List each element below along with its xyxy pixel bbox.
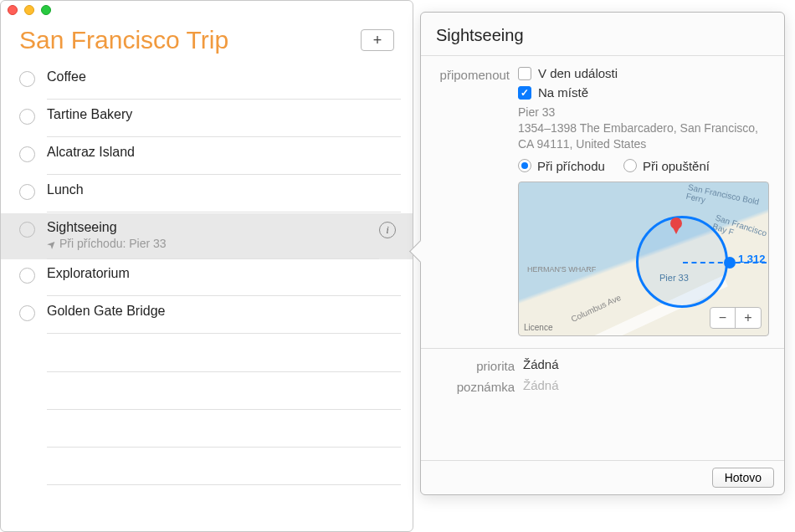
done-button[interactable]: Hotovo — [712, 468, 774, 488]
note-row: poznámka Žádná — [436, 378, 769, 394]
reminder-content: Lunch — [47, 182, 401, 212]
reminder-content: Golden Gate Bridge — [47, 304, 401, 334]
complete-circle[interactable] — [19, 146, 35, 162]
empty-row — [47, 448, 401, 485]
reminder-sublabel-text: Při příchodu: Pier 33 — [59, 237, 167, 250]
reminder-label: Lunch — [47, 182, 401, 197]
detail-body: připomenout V den události Na místě Pier… — [421, 56, 784, 460]
complete-circle[interactable] — [19, 305, 35, 321]
at-location-option[interactable]: Na místě — [518, 85, 769, 100]
radio-icon — [623, 159, 637, 172]
day-of-event-checkbox[interactable] — [518, 67, 531, 80]
geofence-radius-handle[interactable] — [724, 257, 736, 269]
address-line1: Pier 33 — [518, 105, 769, 120]
plus-icon: + — [373, 32, 382, 49]
radio-icon — [518, 159, 531, 172]
note-label: poznámka — [436, 378, 523, 394]
address-line2: 1354–1398 The Embarcadero, San Francisco… — [518, 120, 769, 152]
complete-circle[interactable] — [19, 268, 35, 284]
reminders-window: San Francisco Trip + CoffeeTartine Baker… — [0, 0, 413, 532]
complete-circle[interactable] — [19, 184, 35, 200]
reminder-list: CoffeeTartine BakeryAlcatraz IslandLunch… — [1, 63, 413, 531]
note-value[interactable]: Žádná — [523, 378, 769, 394]
reminder-content: Sightseeing➤Při příchodu: Pier 33 — [47, 220, 379, 259]
detail-footer: Hotovo — [421, 460, 784, 494]
map-zoom-controls: − + — [710, 307, 762, 329]
complete-circle[interactable] — [19, 71, 35, 87]
at-location-checkbox[interactable] — [518, 86, 531, 100]
priority-row: priorita Žádná — [436, 357, 769, 373]
priority-value[interactable]: Žádná — [523, 357, 769, 373]
reminder-item[interactable]: Coffee — [1, 63, 413, 100]
reminder-item[interactable]: Exploratorium — [1, 259, 413, 297]
on-leaving-label: Při opuštění — [643, 159, 710, 173]
on-arrival-radio[interactable]: Při příchodu — [518, 159, 605, 173]
reminder-content: Alcatraz Island — [47, 145, 401, 175]
reminder-item[interactable]: Tartine Bakery — [1, 100, 413, 138]
map-pier-label: Pier 33 — [659, 273, 689, 283]
empty-row — [47, 410, 401, 448]
reminder-label: Tartine Bakery — [47, 107, 401, 122]
location-map[interactable]: Columbus Ave San Francisco Bold Ferry Sa… — [518, 182, 769, 336]
geofence-distance: 1 312 STO — [738, 253, 769, 265]
minimize-window-icon[interactable] — [24, 5, 34, 15]
on-arrival-label: Při příchodu — [537, 159, 605, 173]
map-wharf-label: HERMAN'S WHARF — [527, 266, 596, 274]
close-window-icon[interactable] — [8, 5, 18, 15]
reminder-item[interactable]: Alcatraz Island — [1, 138, 413, 176]
section-divider — [421, 348, 784, 349]
location-address: Pier 33 1354–1398 The Embarcadero, San F… — [518, 105, 769, 152]
priority-label: priorita — [436, 357, 523, 373]
list-header: San Francisco Trip + — [1, 19, 413, 63]
reminder-content: Tartine Bakery — [47, 107, 401, 137]
reminder-detail-panel: Sightseeing připomenout V den události N… — [420, 12, 785, 495]
reminder-label: Exploratorium — [47, 266, 401, 281]
empty-row — [47, 372, 401, 410]
remind-row: připomenout V den události Na místě Pier… — [436, 66, 769, 336]
geofence-mode: Při příchodu Při opuštění — [518, 159, 769, 173]
zoom-window-icon[interactable] — [41, 5, 51, 15]
reminder-content: Coffee — [47, 69, 401, 100]
complete-circle[interactable] — [19, 109, 35, 125]
complete-circle[interactable] — [19, 222, 35, 238]
add-reminder-button[interactable]: + — [361, 29, 394, 51]
day-of-event-option[interactable]: V den události — [518, 66, 769, 80]
info-icon[interactable]: i — [379, 222, 396, 238]
zoom-in-button[interactable]: + — [736, 308, 761, 328]
list-title: San Francisco Trip — [19, 26, 228, 54]
on-leaving-radio[interactable]: Při opuštění — [623, 159, 710, 173]
detail-title: Sightseeing — [421, 13, 784, 56]
location-arrow-icon: ➤ — [44, 236, 59, 251]
window-titlebar — [1, 1, 413, 19]
reminder-label: Golden Gate Bridge — [47, 304, 401, 319]
remind-label: připomenout — [436, 66, 518, 336]
map-road-label: Columbus Ave — [570, 293, 623, 324]
reminder-sublabel: ➤Při příchodu: Pier 33 — [47, 237, 379, 250]
reminder-content: Exploratorium — [47, 266, 401, 296]
at-location-label: Na místě — [538, 85, 588, 100]
day-of-event-label: V den události — [538, 66, 618, 80]
map-ferry-label: San Francisco Bold Ferry — [685, 182, 769, 217]
reminder-item[interactable]: Golden Gate Bridge — [1, 297, 413, 335]
zoom-out-button[interactable]: − — [710, 308, 736, 328]
reminder-item[interactable]: Sightseeing➤Při příchodu: Pier 33i — [1, 213, 413, 259]
reminder-label: Coffee — [47, 69, 401, 84]
reminder-label: Sightseeing — [47, 220, 379, 235]
empty-row — [47, 335, 401, 372]
map-licence-link[interactable]: Licence — [524, 323, 552, 332]
reminder-item[interactable]: Lunch — [1, 176, 413, 213]
reminder-label: Alcatraz Island — [47, 145, 401, 160]
